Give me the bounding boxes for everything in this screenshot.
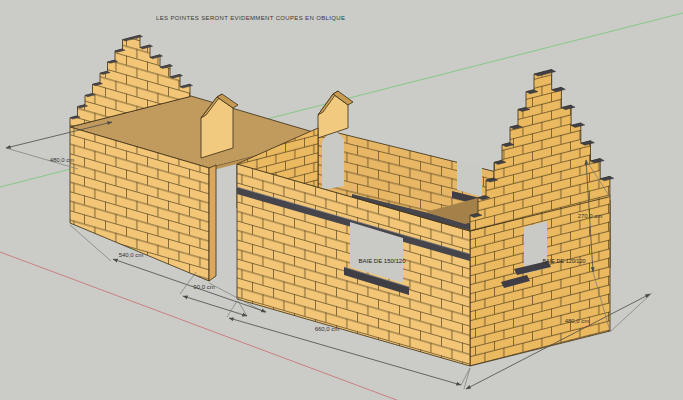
dimension-label: 90,0 cm <box>193 284 214 290</box>
dimension-label: 270,0 cm <box>578 213 603 219</box>
model-canvas[interactable]: 480,0 cm 540,0 cm 90,0 cm 660,0 cm 480,0… <box>0 0 683 400</box>
dimension-label: 480,0 cm <box>565 318 590 324</box>
dimension-label: 540,0 cm <box>119 252 144 258</box>
north-doorway-opening <box>322 128 344 190</box>
dimension-label: 480,0 cm <box>50 157 75 163</box>
sketchup-viewport[interactable]: 480,0 cm 540,0 cm 90,0 cm 660,0 cm 480,0… <box>0 0 683 400</box>
front-window-label: BAIE DE 150/120 <box>358 258 406 264</box>
dimension-label: 660,0 cm <box>315 326 340 332</box>
left-east-edge <box>209 165 216 281</box>
note-label: LES POINTES SERONT EVIDEMMENT COUPES EN … <box>156 15 345 21</box>
side-window-label: BAIE DE 120/120 <box>542 258 585 264</box>
